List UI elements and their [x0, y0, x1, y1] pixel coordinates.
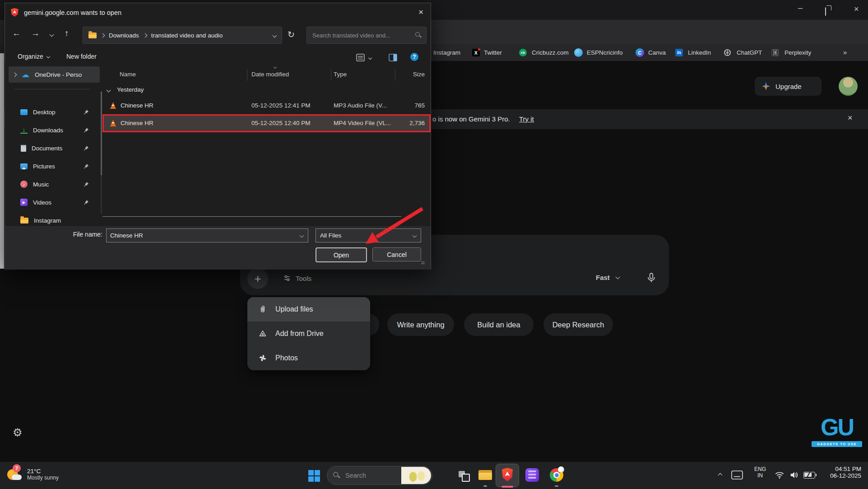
file-row-mp3[interactable]: Chinese HR 05-12-2025 12:41 PM MP3 Audio…	[102, 99, 431, 112]
settings-gear-icon[interactable]: ⚙	[13, 426, 23, 439]
dialog-search-input[interactable]	[311, 32, 410, 39]
bookmark-perplexity[interactable]: Perplexity	[784, 49, 811, 56]
model-speed-dropdown[interactable]: Fast	[596, 274, 619, 281]
view-mode-icon[interactable]	[356, 54, 365, 61]
taskbar-search-input[interactable]	[344, 471, 391, 480]
recent-locations-icon[interactable]	[50, 33, 54, 37]
bookmark-linkedin[interactable]: LinkedIn	[688, 49, 711, 56]
breadcrumb-downloads[interactable]: Downloads	[109, 32, 139, 39]
dialog-title: gemini.google.com wants to open	[24, 9, 121, 16]
bookmark-twitter[interactable]: Twitter	[484, 49, 502, 56]
sidebar-item-music[interactable]: ♪ Music	[9, 177, 100, 191]
perplexity-icon[interactable]	[771, 48, 780, 57]
wifi-icon[interactable]	[775, 470, 784, 480]
breadcrumb[interactable]: Downloads translated video and audio	[83, 27, 282, 44]
touch-keyboard-icon[interactable]	[731, 470, 743, 480]
file-date: 05-12-2025 12:41 PM	[251, 102, 311, 109]
sidebar-item-pictures[interactable]: Pictures	[9, 159, 100, 173]
bookmark-espncricinfo[interactable]: ESPNcricinfo	[587, 49, 623, 56]
linkedin-icon[interactable]: in	[675, 49, 683, 56]
minimize-icon[interactable]: –	[798, 4, 803, 12]
start-button[interactable]	[308, 470, 320, 482]
cricbuzz-icon[interactable]: cb	[519, 49, 527, 56]
forward-icon[interactable]: →	[31, 28, 40, 38]
menu-label: Photos	[275, 354, 298, 362]
column-type[interactable]: Type	[334, 71, 347, 78]
sidebar-item-documents[interactable]: Documents	[9, 141, 100, 155]
menu-item-upload-files[interactable]: Upload files	[247, 297, 370, 321]
brave-taskbar-button-active[interactable]	[496, 464, 519, 487]
refresh-icon[interactable]: ↻	[288, 29, 295, 40]
organize-menu[interactable]: Organize	[18, 53, 50, 60]
language-indicator[interactable]: ENG IN	[751, 466, 769, 479]
resize-grip[interactable]	[421, 261, 425, 265]
banner-close-icon[interactable]: ×	[848, 113, 853, 123]
chatgpt-icon[interactable]	[723, 48, 732, 57]
menu-item-add-from-drive[interactable]: Add from Drive	[247, 321, 370, 346]
file-row-mp4-selected[interactable]: Chinese HR 05-12-2025 12:40 PM MP4 Video…	[102, 114, 431, 132]
column-name[interactable]: Name	[120, 71, 136, 78]
volume-icon[interactable]	[789, 470, 799, 480]
address-dropdown-icon[interactable]	[273, 33, 277, 37]
sidebar-item-onedrive[interactable]: ☁ OneDrive - Perso	[9, 66, 100, 83]
search-highlight-image[interactable]	[401, 467, 431, 484]
taskbar-search[interactable]	[327, 466, 432, 485]
sidebar-label: Instagram	[34, 217, 61, 224]
file-name-input[interactable]	[107, 232, 294, 239]
chevron-down-icon	[46, 55, 50, 58]
dialog-close-icon[interactable]: ×	[418, 7, 423, 17]
add-files-button[interactable]: +	[247, 268, 268, 289]
new-folder-button[interactable]: New folder	[66, 53, 97, 60]
menu-item-photos[interactable]: Photos	[247, 346, 370, 370]
column-divider[interactable]	[395, 69, 395, 81]
dialog-search-box[interactable]	[306, 27, 427, 44]
purple-app-button[interactable]	[525, 468, 539, 482]
column-date-modified[interactable]: Date modified	[251, 71, 289, 78]
weather-widget[interactable]: 7 21°C Mostly sunny	[5, 466, 59, 483]
breadcrumb-current-folder[interactable]: translated video and audio	[151, 32, 223, 39]
file-size: 765	[397, 102, 425, 109]
suggestion-chip[interactable]: Deep Research	[543, 313, 613, 336]
group-collapse-icon[interactable]	[107, 88, 111, 93]
bookmark-cricbuzz[interactable]: Cricbuzz.com	[532, 49, 569, 56]
upgrade-button[interactable]: Upgrade	[755, 77, 822, 96]
bookmark-instagram[interactable]: Instagram	[433, 49, 460, 56]
preview-pane-icon[interactable]	[389, 54, 397, 61]
sidebar-item-videos[interactable]: ▶ Videos	[9, 196, 100, 209]
view-dropdown-icon[interactable]	[368, 56, 372, 60]
bookmark-chatgpt[interactable]: ChatGPT	[737, 49, 762, 56]
vlc-icon	[110, 120, 116, 126]
help-icon[interactable]: ?	[410, 53, 418, 61]
file-name-combobox[interactable]	[106, 228, 308, 242]
banner-try-it-link[interactable]: Try it	[519, 115, 534, 123]
scrollbar-track[interactable]	[101, 92, 102, 214]
task-view-button[interactable]	[459, 471, 470, 482]
back-icon[interactable]: ←	[12, 28, 21, 38]
file-explorer-button[interactable]	[478, 469, 492, 481]
scrollbar-thumb[interactable]	[101, 92, 102, 175]
up-icon[interactable]: ↑	[65, 28, 69, 38]
tools-button[interactable]: Tools	[283, 274, 311, 283]
bookmark-canva[interactable]: Canva	[648, 49, 666, 56]
espncricinfo-icon[interactable]	[574, 48, 583, 57]
tray-expand-icon[interactable]	[718, 473, 723, 478]
restore-icon[interactable]	[825, 7, 826, 16]
column-divider[interactable]	[247, 69, 247, 81]
suggestion-chip[interactable]: Write anything	[387, 313, 454, 336]
sidebar-item-downloads[interactable]: ↓ Downloads	[9, 123, 100, 137]
close-window-icon[interactable]: ×	[854, 5, 859, 13]
search-icon	[415, 32, 422, 38]
column-size[interactable]: Size	[397, 71, 425, 78]
column-divider[interactable]	[331, 69, 331, 81]
chrome-button[interactable]	[550, 468, 563, 482]
bookmarks-overflow-icon[interactable]: »	[843, 48, 847, 56]
mic-icon[interactable]	[645, 272, 657, 284]
battery-icon[interactable]	[803, 472, 815, 479]
clock[interactable]: 04:51 PM 06-12-2025	[827, 466, 861, 479]
drive-icon	[258, 329, 267, 338]
group-label[interactable]: Yesterday	[117, 86, 144, 93]
suggestion-chip[interactable]: Build an idea	[464, 313, 534, 336]
avatar[interactable]	[839, 77, 858, 96]
sidebar-item-desktop[interactable]: Desktop	[9, 105, 100, 119]
canva-icon[interactable]: C	[636, 48, 644, 57]
